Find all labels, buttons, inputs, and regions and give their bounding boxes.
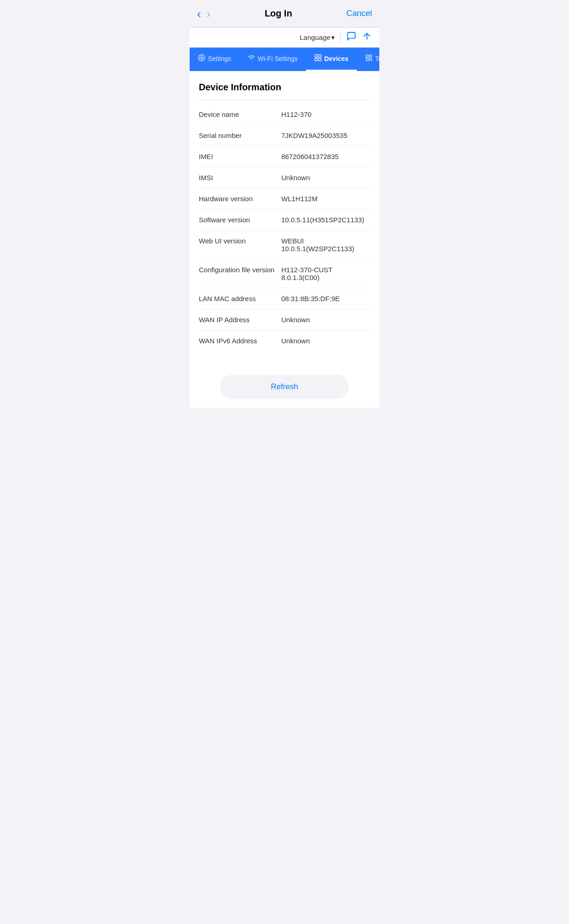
back-arrow[interactable]: ‹	[197, 8, 201, 20]
cancel-button[interactable]: Cancel	[346, 9, 372, 18]
tab-wifi[interactable]: Wi-Fi Settings	[240, 48, 306, 71]
language-button[interactable]: Language ▾	[300, 33, 335, 42]
info-value: H112-370-CUST 8.0.1.3(C00)	[281, 266, 370, 281]
info-value: Unknown	[281, 316, 370, 324]
nav-arrows: ‹ ›	[197, 8, 210, 20]
info-value: 08:31:8B:35:DF:9E	[281, 295, 370, 302]
info-value: WL1H112M	[281, 195, 370, 203]
info-value: WEBUI 10.0.5.1(W2SP2C1133)	[281, 237, 370, 253]
forward-arrow[interactable]: ›	[207, 8, 211, 20]
info-row: WAN IP AddressUnknown	[199, 309, 370, 330]
wifi-icon	[248, 54, 255, 63]
info-row: WAN IPv6 AddressUnknown	[199, 330, 370, 351]
svg-rect-4	[318, 55, 321, 57]
info-value: Unknown	[281, 337, 370, 345]
info-row: Configuration file versionH112-370-CUST …	[199, 259, 370, 288]
info-label: Web UI version	[199, 237, 281, 245]
bottom-space	[190, 408, 379, 463]
info-value: Unknown	[281, 174, 370, 182]
devices-icon	[314, 54, 322, 63]
info-label: WAN IPv6 Address	[199, 337, 281, 345]
device-info-section: Device Information Device nameH112-370Se…	[190, 71, 379, 362]
language-label: Language	[300, 33, 330, 41]
info-label: IMSI	[199, 174, 281, 182]
info-label: Software version	[199, 216, 281, 224]
chat-icon[interactable]	[346, 31, 356, 44]
info-row: Software version10.0.5.11(H351SP2C1133)	[199, 209, 370, 231]
page-title: Log In	[210, 8, 346, 19]
svg-rect-10	[369, 58, 372, 60]
language-dropdown-icon: ▾	[331, 33, 335, 42]
svg-rect-9	[366, 58, 368, 60]
tab-tools[interactable]: Tools	[357, 48, 379, 71]
info-row: IMEI867206041372835	[199, 146, 370, 167]
upload-icon[interactable]	[362, 31, 372, 44]
refresh-button[interactable]: Refresh	[220, 375, 349, 399]
info-label: Device name	[199, 110, 281, 118]
tab-tools-label: Tools	[375, 55, 379, 62]
settings-icon	[198, 54, 205, 63]
info-row: LAN MAC address08:31:8B:35:DF:9E	[199, 288, 370, 309]
info-value: H112-370	[281, 110, 370, 118]
info-value: 7JKDW19A25003535	[281, 132, 370, 139]
section-title: Device Information	[199, 82, 370, 93]
svg-rect-7	[366, 55, 368, 57]
info-rows-container: Device nameH112-370Serial number7JKDW19A…	[199, 104, 370, 351]
info-label: Serial number	[199, 132, 281, 139]
svg-rect-6	[318, 58, 321, 60]
tab-devices[interactable]: Devices	[306, 48, 357, 71]
refresh-container: Refresh	[190, 362, 379, 408]
info-label: Hardware version	[199, 195, 281, 203]
info-row: Device nameH112-370	[199, 104, 370, 125]
info-row: Hardware versionWL1H112M	[199, 188, 370, 209]
tab-wifi-label: Wi-Fi Settings	[258, 55, 298, 62]
toolbar: Language ▾	[190, 28, 379, 48]
tab-nav: Settings Wi-Fi Settings Devices	[190, 48, 379, 71]
toolbar-divider	[340, 33, 341, 43]
nav-bar: ‹ › Log In Cancel	[190, 0, 379, 28]
info-label: LAN MAC address	[199, 295, 281, 302]
tools-icon	[365, 54, 372, 63]
info-row: Web UI versionWEBUI 10.0.5.1(W2SP2C1133)	[199, 231, 370, 259]
info-label: Configuration file version	[199, 266, 281, 274]
tab-devices-label: Devices	[324, 55, 349, 62]
info-value: 10.0.5.11(H351SP2C1133)	[281, 216, 370, 224]
info-row: Serial number7JKDW19A25003535	[199, 125, 370, 146]
section-divider	[199, 100, 370, 100]
info-label: WAN IP Address	[199, 316, 281, 324]
svg-rect-8	[369, 55, 372, 57]
svg-rect-5	[315, 58, 317, 60]
svg-point-1	[201, 57, 202, 59]
tab-settings-label: Settings	[208, 55, 231, 62]
info-label: IMEI	[199, 153, 281, 160]
info-value: 867206041372835	[281, 153, 370, 160]
svg-rect-3	[315, 55, 317, 57]
tab-settings[interactable]: Settings	[190, 48, 240, 71]
info-row: IMSIUnknown	[199, 167, 370, 188]
